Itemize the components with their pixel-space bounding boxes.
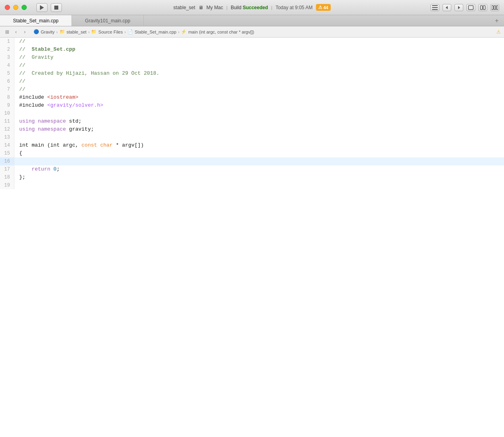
svg-rect-4 — [432, 9, 438, 10]
code-line-5: 5 // Created by Hijazi, Hassan on 29 Oct… — [0, 70, 504, 77]
forward-button[interactable] — [454, 4, 463, 11]
tab-stable-set-main[interactable]: Stable_Set_main.cpp — [0, 15, 72, 26]
nav-forward-button[interactable]: › — [21, 28, 29, 36]
svg-rect-2 — [432, 5, 438, 6]
maximize-button[interactable] — [22, 5, 27, 10]
file-icon: 📄 — [127, 29, 133, 34]
svg-rect-3 — [432, 7, 438, 8]
close-button[interactable] — [5, 5, 10, 10]
code-line-8: 8 #include <iostream> — [0, 93, 504, 101]
minimize-button[interactable] — [13, 5, 18, 10]
build-label: Build Succeeded — [231, 5, 268, 10]
line-number: 13 — [0, 133, 14, 141]
line-content: // — [14, 62, 504, 70]
line-content: #include <gravity/solver.h> — [14, 101, 504, 109]
titlebar-right-controls — [431, 4, 499, 11]
line-content: #include <iostream> — [14, 93, 504, 101]
svg-rect-10 — [496, 6, 498, 10]
line-number: 2 — [0, 46, 14, 54]
line-content: // — [14, 38, 504, 46]
line-content: // Created by Hijazi, Hassan on 29 Oct 2… — [14, 70, 504, 77]
code-line-1: 1 // — [0, 38, 504, 46]
line-number: 17 — [0, 165, 14, 173]
code-area: 1 // 2 // Stable_Set.cpp 3 // Gravity 4 … — [0, 38, 504, 189]
titlebar-separator: | — [226, 5, 228, 10]
panel-toggle-button[interactable] — [431, 4, 439, 11]
line-number: 4 — [0, 62, 14, 70]
line-content: return 0; — [14, 165, 504, 173]
tab-bar: Stable_Set_main.cpp Gravity101_main.cpp … — [0, 15, 504, 26]
code-line-2: 2 // Stable_Set.cpp — [0, 46, 504, 54]
line-number: 11 — [0, 117, 14, 125]
breadcrumb-filename[interactable]: 📄 Stable_Set_main.cpp — [127, 29, 177, 34]
breadcrumb-function[interactable]: ⚡ main (int argc, const char * argv[]) — [181, 29, 254, 34]
play-button[interactable] — [36, 3, 48, 12]
code-line-12: 12 using namespace gravity; — [0, 125, 504, 133]
code-editor[interactable]: 1 // 2 // Stable_Set.cpp 3 // Gravity 4 … — [0, 38, 504, 437]
split-editor-button[interactable] — [478, 4, 487, 11]
line-number: 14 — [0, 141, 14, 149]
breadcrumb-bar: ⊞ ‹ › 🔵 Gravity › 📁 stable_set › 📁 Sourc… — [0, 26, 504, 38]
gravity-project-icon: 🔵 — [34, 29, 39, 34]
breadcrumb-stable-set[interactable]: 📁 stable_set — [60, 29, 87, 34]
line-content: int main (int argc, const char * argv[]) — [14, 141, 504, 149]
line-content: }; — [14, 173, 504, 181]
line-content: using namespace std; — [14, 117, 504, 125]
function-icon: ⚡ — [181, 29, 187, 34]
stop-button[interactable] — [51, 3, 62, 12]
folder-icon-1: 📁 — [60, 29, 65, 34]
device-name: My Mac — [206, 5, 223, 10]
line-content: // — [14, 85, 504, 93]
breadcrumb-source-files-label: Source Files — [98, 30, 123, 34]
line-content — [14, 109, 504, 117]
line-number: 9 — [0, 101, 14, 109]
code-line-18: 18 }; — [0, 173, 504, 181]
code-line-4: 4 // — [0, 62, 504, 70]
breadcrumb-gravity[interactable]: 🔵 Gravity — [34, 29, 55, 34]
breadcrumb-stable-set-label: stable_set — [67, 30, 87, 34]
build-status: Succeeded — [243, 5, 268, 10]
line-number: 15 — [0, 149, 14, 157]
breadcrumb-filename-label: Stable_Set_main.cpp — [135, 30, 177, 34]
code-line-19: 19 — [0, 181, 504, 189]
code-line-16: 16 — [0, 157, 504, 165]
tab-gravity101-main[interactable]: Gravity101_main.cpp — [72, 15, 144, 26]
line-content: // — [14, 77, 504, 85]
line-number: 10 — [0, 109, 14, 117]
line-number: 6 — [0, 77, 14, 85]
breadcrumb-source-files[interactable]: 📁 Source Files — [91, 29, 123, 34]
code-line-6: 6 // — [0, 77, 504, 85]
breadcrumb-sep-3: › — [124, 30, 126, 34]
grid-view-button[interactable]: ⊞ — [3, 28, 11, 36]
code-line-11: 11 using namespace std; — [0, 117, 504, 125]
warning-count-badge[interactable]: ⚠ 44 — [316, 4, 331, 11]
svg-rect-7 — [483, 6, 485, 10]
back-forward-button[interactable] — [442, 4, 451, 11]
code-line-13: 13 — [0, 133, 504, 141]
line-content — [14, 181, 504, 189]
single-editor-button[interactable] — [466, 4, 475, 11]
line-number: 3 — [0, 54, 14, 62]
tab-label: Gravity101_main.cpp — [85, 18, 130, 24]
line-number: 19 — [0, 181, 14, 189]
nav-back-button[interactable]: ‹ — [12, 28, 20, 36]
line-content — [14, 133, 504, 141]
triple-editor-button[interactable] — [490, 4, 499, 11]
svg-rect-6 — [480, 6, 482, 10]
code-line-3: 3 // Gravity — [0, 54, 504, 62]
line-number: 7 — [0, 85, 14, 93]
line-content: // Stable_Set.cpp — [14, 46, 504, 54]
warning-icon: ⚠ — [318, 5, 322, 10]
code-line-7: 7 // — [0, 85, 504, 93]
breadcrumb-sep-4: › — [178, 30, 180, 34]
file-warning-icon: ⚠ — [496, 29, 501, 35]
svg-rect-5 — [468, 6, 473, 10]
breadcrumb-sep-1: › — [56, 30, 58, 34]
window-controls — [0, 5, 27, 10]
tab-label: Stable_Set_main.cpp — [13, 18, 58, 24]
add-tab-button[interactable]: + — [493, 15, 504, 26]
line-content — [14, 157, 504, 165]
titlebar-device-icon: 🖥 — [198, 5, 203, 10]
breadcrumb-sep-2: › — [88, 30, 90, 34]
code-line-9: 9 #include <gravity/solver.h> — [0, 101, 504, 109]
